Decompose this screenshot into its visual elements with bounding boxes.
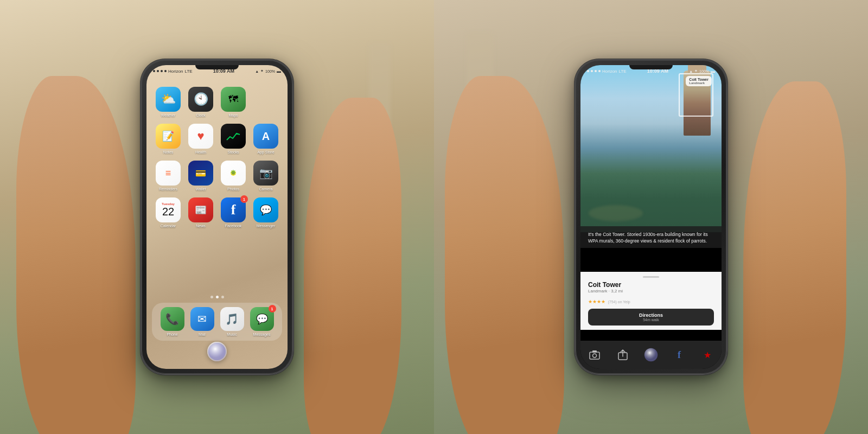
dot-3: [221, 296, 224, 298]
dock-phone-wrap[interactable]: 📞 Phone: [161, 307, 184, 336]
app-notes-icon[interactable]: 📝: [156, 124, 181, 149]
app-clock-wrap[interactable]: 🕙 Clock: [187, 87, 215, 117]
dot-1: [210, 296, 213, 298]
network-right: LTE: [619, 69, 627, 74]
status-right-left: Horizon LTE: [587, 69, 627, 74]
ar-share-btn[interactable]: [615, 347, 630, 362]
dock-music-wrap[interactable]: 🎵 Music: [220, 307, 244, 336]
app-wallet-wrap[interactable]: 💳 Wallet: [187, 161, 215, 191]
screen-left: Horizon LTE 10:09 AM ▲ ✦ 100% ▬ ⛅ Weathe…: [146, 65, 288, 369]
dock-mail-icon[interactable]: ✉: [190, 307, 214, 331]
dock-music-icon[interactable]: 🎵: [220, 307, 244, 331]
directions-sub: 54m walk: [592, 318, 710, 322]
messages-badge: 1: [269, 305, 276, 312]
ar-rating-count: (754) on Yelp: [608, 300, 630, 304]
app-camera-icon[interactable]: 📷: [253, 161, 278, 186]
app-news-wrap[interactable]: 📰 News: [187, 197, 215, 228]
app-news-icon[interactable]: 📰: [188, 197, 213, 222]
ar-description: It's the Coit Tower. Storied 1930s-era b…: [580, 226, 722, 248]
dock-phone-icon[interactable]: 📞: [161, 307, 184, 331]
ar-label-type: Landmark: [689, 81, 709, 85]
ar-camera-btn[interactable]: [587, 347, 602, 362]
notch-left: [195, 65, 239, 69]
dock-messages-icon[interactable]: 💬 1: [250, 307, 274, 331]
ar-facebook-btn[interactable]: f: [672, 347, 687, 362]
facebook-badge: 1: [240, 195, 248, 203]
app-clock-label: Clock: [196, 113, 206, 117]
app-camera-wrap[interactable]: 📷 Camera: [252, 161, 280, 191]
app-appstore-icon[interactable]: A: [253, 124, 278, 149]
app-calendar-wrap[interactable]: Tuesday 22 Calendar: [154, 197, 182, 228]
bluetooth-right: ✦: [694, 69, 698, 73]
app-empty-wrap: [252, 87, 280, 117]
app-empty: [253, 87, 278, 112]
app-wallet-icon[interactable]: 💳: [188, 161, 213, 186]
app-notes-label: Notes: [163, 150, 173, 154]
app-weather-icon[interactable]: ⛅: [156, 87, 181, 112]
card-handle: [643, 276, 659, 278]
network-left: LTE: [185, 69, 193, 74]
svg-rect-5: [592, 350, 597, 353]
app-messenger-wrap[interactable]: 💬 Messenger: [252, 197, 280, 228]
app-maps-label: Maps: [228, 113, 238, 117]
ar-label-name: Coit Tower: [689, 78, 709, 81]
app-photos-label: Photos: [227, 187, 239, 191]
signal-icon-right: ▲: [689, 69, 693, 73]
app-messenger-icon[interactable]: 💬: [253, 197, 278, 222]
signal-dot1: [153, 70, 155, 72]
hand-right-right: [743, 81, 846, 434]
app-photos-wrap[interactable]: Photos: [219, 161, 247, 191]
ar-place-name: Coit Tower: [588, 281, 714, 289]
carrier-left: Horizon: [168, 69, 183, 74]
ar-rating-row: ★★★★ (754) on Yelp: [588, 296, 714, 305]
bluetooth-icon: ✦: [260, 69, 264, 73]
dock-mail-wrap[interactable]: ✉ Mail: [190, 307, 214, 336]
battery-pct-left: 100%: [265, 69, 275, 73]
signal-dot-r1: [587, 70, 589, 72]
directions-label: Directions: [592, 312, 710, 318]
ar-yelp-btn[interactable]: ★: [700, 347, 715, 362]
app-health-icon[interactable]: ♥: [188, 124, 213, 149]
hand-right-left: [304, 98, 401, 434]
app-stocks-wrap[interactable]: Stocks: [219, 124, 247, 154]
app-reminders-wrap[interactable]: ≡ Reminders: [154, 161, 182, 191]
app-weather-label: Weather: [161, 113, 175, 117]
dock-music-label: Music: [227, 333, 237, 336]
battery-icon-left: ▬: [277, 69, 281, 74]
app-calendar-icon[interactable]: Tuesday 22: [156, 197, 181, 222]
app-health-wrap[interactable]: ♥ Health: [187, 124, 215, 154]
iphone-right: Horizon LTE 10:09 AM ▲ ✦ 100% ▬: [575, 60, 727, 374]
signal-dot4: [164, 70, 167, 72]
island-bg: [589, 205, 643, 221]
app-maps-wrap[interactable]: 🗺 Maps: [219, 87, 247, 117]
dot-2: [216, 296, 219, 298]
dock-phone-label: Phone: [167, 333, 177, 336]
app-news-label: News: [196, 224, 206, 228]
app-reminders-icon[interactable]: ≡: [156, 161, 181, 186]
app-notes-wrap[interactable]: 📝 Notes: [154, 124, 182, 154]
siri-button-left[interactable]: [207, 342, 227, 361]
app-camera-label: Camera: [259, 187, 273, 191]
app-clock-icon[interactable]: 🕙: [188, 87, 213, 112]
siri-button-right[interactable]: [643, 347, 659, 362]
svg-point-7: [644, 348, 658, 362]
app-maps-icon[interactable]: 🗺: [221, 87, 246, 112]
ar-place-distance: Landmark · 3,2 mi: [588, 289, 714, 293]
app-facebook-wrap[interactable]: f 1 Facebook: [219, 197, 247, 228]
dock-messages-wrap[interactable]: 💬 1 Messages: [250, 307, 274, 336]
battery-left: ▲ ✦ 100% ▬: [255, 69, 281, 74]
notch-right: [629, 65, 673, 69]
app-calendar-label: Calendar: [161, 224, 176, 228]
app-stocks-icon[interactable]: [221, 124, 246, 149]
app-appstore-wrap[interactable]: A App Store: [252, 124, 280, 154]
apps-grid: ⛅ Weather 🕙 Clock 🗺 Maps 📝: [146, 81, 288, 233]
app-weather-wrap[interactable]: ⛅ Weather: [154, 87, 182, 117]
app-facebook-icon[interactable]: f 1: [221, 197, 246, 222]
ar-stars: ★★★★: [588, 299, 605, 304]
screen-right: Horizon LTE 10:09 AM ▲ ✦ 100% ▬: [580, 65, 722, 369]
svg-point-4: [593, 354, 597, 358]
app-photos-icon[interactable]: [221, 161, 246, 186]
ar-description-text: It's the Coit Tower. Storied 1930s-era b…: [588, 232, 708, 244]
dock: 📞 Phone ✉ Mail 🎵 Music: [152, 303, 282, 341]
directions-button[interactable]: Directions 54m walk: [588, 309, 714, 326]
